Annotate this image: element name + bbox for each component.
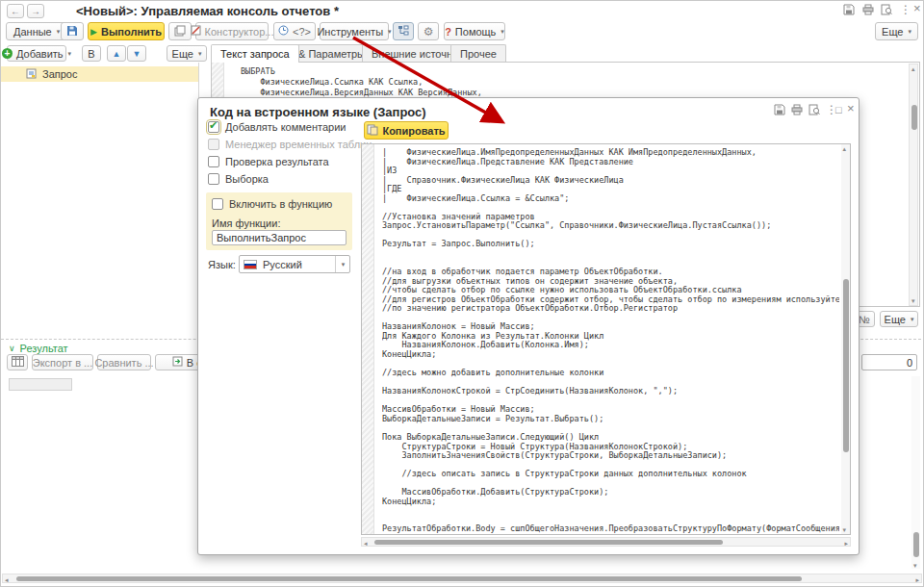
result-section-header[interactable]: ∨ Результат bbox=[9, 343, 68, 354]
language-dropdown-button[interactable]: ▾ bbox=[335, 256, 349, 272]
insert-button[interactable]: В bbox=[82, 45, 101, 62]
checkbox-box[interactable]: ✔ bbox=[208, 121, 219, 133]
code-line: | Справочник.ФизическиеЛица КАК Физическ… bbox=[382, 176, 839, 186]
code-line: Результат = Запрос.Выполнить(); bbox=[382, 240, 839, 249]
chevron-down-icon: ▾ bbox=[68, 50, 72, 57]
print-icon[interactable] bbox=[862, 4, 874, 17]
export-button[interactable]: Экспорт в ... bbox=[32, 354, 93, 370]
print-icon[interactable] bbox=[791, 104, 803, 117]
query-vertical-scrollbar[interactable]: ▴ ▾ bbox=[909, 64, 918, 306]
down-arrow-icon: ▼ bbox=[133, 49, 141, 59]
settings-button[interactable]: ⚙ bbox=[418, 22, 439, 40]
run-button[interactable]: ▶ Выполнить bbox=[88, 22, 165, 40]
chevron-down-icon: ▾ bbox=[57, 28, 61, 35]
code-line: ВыборкаДетальныеЗаписи = Результат.Выбра… bbox=[382, 415, 839, 424]
save-icon[interactable] bbox=[774, 104, 785, 117]
up-arrow-icon: ▲ bbox=[113, 49, 121, 59]
open-separate-icon bbox=[172, 356, 183, 369]
open-new-window-button[interactable] bbox=[168, 22, 192, 40]
code-line: | ФизическиеЛица.Представление КАК Предс… bbox=[382, 158, 839, 167]
tree-item-query[interactable]: Запрос bbox=[1, 66, 198, 82]
scroll-left-icon[interactable]: ◂ bbox=[5, 576, 9, 583]
scroll-right-icon[interactable]: ▸ bbox=[844, 540, 848, 547]
preview-icon[interactable] bbox=[808, 104, 820, 117]
scroll-down-icon[interactable]: ▾ bbox=[843, 526, 847, 533]
scroll-up-icon[interactable]: ▴ bbox=[911, 65, 915, 72]
save-button[interactable] bbox=[61, 22, 84, 40]
chevron-down-icon: ▾ bbox=[198, 50, 202, 57]
scrollbar-thumb[interactable] bbox=[843, 279, 849, 452]
tools-menu-button[interactable]: Инструменты▾ bbox=[320, 22, 389, 40]
move-up-button[interactable]: ▲ bbox=[107, 45, 126, 62]
code-line: НазванияКолонокСтрокой = СтрСоединить(На… bbox=[382, 387, 839, 396]
code-line: | ФизическиеЛица.Ссылка = &Ссылка"; bbox=[382, 194, 839, 204]
code-line bbox=[382, 506, 839, 516]
language-label: Язык: bbox=[208, 259, 236, 270]
query-line: ВЫБРАТЬ bbox=[241, 66, 906, 77]
result-vertical-scrollbar[interactable]: ▾ bbox=[911, 376, 920, 569]
preview-icon[interactable] bbox=[881, 4, 892, 17]
data-menu-button[interactable]: Данные▾ bbox=[6, 22, 67, 40]
export-label: Экспорт в ... bbox=[33, 357, 92, 369]
code-text: | ФизическиеЛица.ИмяПредопределенныхДанн… bbox=[382, 148, 839, 534]
maximize-icon[interactable]: □ bbox=[835, 104, 842, 115]
scrollbar-thumb[interactable] bbox=[16, 576, 802, 581]
checkbox-selection[interactable]: Выборка bbox=[208, 173, 269, 185]
query-parameter-button[interactable]: <?> bbox=[273, 22, 316, 40]
checkbox-check-result[interactable]: Проверка результата bbox=[208, 156, 329, 167]
result-grid-button[interactable] bbox=[7, 354, 28, 370]
checkbox-box[interactable] bbox=[212, 198, 223, 210]
code-line: РезультатОбработки.Body = сшпОбщегоНазна… bbox=[382, 524, 839, 534]
more-menu-icon[interactable]: ⋮ bbox=[900, 4, 911, 15]
language-select[interactable]: Русский ▾ bbox=[239, 255, 350, 273]
result-counter-field[interactable] bbox=[861, 354, 917, 370]
scrollbar-thumb[interactable] bbox=[913, 532, 919, 557]
code-line bbox=[382, 314, 839, 323]
scroll-down-icon[interactable]: ▾ bbox=[911, 297, 915, 304]
scroll-left-icon[interactable]: ◂ bbox=[364, 540, 368, 547]
back-button[interactable]: ← bbox=[7, 4, 24, 18]
editor-gutter bbox=[362, 144, 374, 534]
hierarchy-icon bbox=[398, 25, 409, 38]
move-down-button[interactable]: ▼ bbox=[127, 45, 146, 62]
grid-corner-header bbox=[9, 378, 72, 391]
checkbox-add-comments[interactable]: ✔ Добавлять комментарии bbox=[208, 121, 346, 133]
checkbox-include-function[interactable]: Включить в функцию bbox=[212, 198, 332, 210]
params-more-button[interactable]: Еще▾ bbox=[880, 311, 918, 327]
help-menu-button[interactable]: ? Помощь▾ bbox=[444, 22, 505, 40]
check-icon: ✔ bbox=[209, 119, 218, 132]
copy-button[interactable]: Копировать bbox=[364, 121, 449, 140]
code-line: МассивОбработки = Новый Массив; bbox=[382, 405, 839, 415]
save-icon[interactable] bbox=[843, 4, 855, 17]
close-icon[interactable]: × bbox=[847, 103, 855, 115]
code-editor[interactable]: | ФизическиеЛица.ИмяПредопределенныхДанн… bbox=[361, 143, 851, 535]
add-label: Добавить bbox=[16, 48, 64, 60]
scroll-right-icon[interactable]: ▸ bbox=[915, 576, 919, 583]
code-line bbox=[382, 231, 839, 241]
toolbar-more-button[interactable]: Еще▾ bbox=[875, 22, 918, 40]
scroll-up-icon[interactable]: ▴ bbox=[843, 145, 847, 152]
scrollbar-thumb[interactable] bbox=[374, 540, 723, 545]
checkbox-label: Добавлять комментарии bbox=[225, 121, 346, 133]
scroll-down-icon[interactable]: ▾ bbox=[913, 562, 917, 569]
code-line bbox=[382, 516, 839, 525]
scrollbar-thumb[interactable] bbox=[911, 105, 917, 130]
code-line bbox=[382, 461, 839, 471]
constructor-button[interactable]: Конструктор... bbox=[195, 22, 269, 40]
compare-button[interactable]: Сравнить ... bbox=[97, 354, 151, 370]
tab-other[interactable]: Прочее bbox=[450, 44, 506, 62]
add-button[interactable]: + Добавить▾ bbox=[7, 45, 66, 62]
checkbox-box[interactable] bbox=[208, 156, 219, 167]
page-title: <Новый>: Управляемая консоль отчетов * bbox=[76, 4, 339, 18]
structure-toggle-button[interactable] bbox=[393, 22, 414, 40]
function-name-field[interactable] bbox=[212, 230, 346, 245]
code-vertical-scrollbar[interactable]: ▴ ▾ bbox=[841, 144, 850, 534]
forward-button[interactable]: → bbox=[27, 4, 44, 18]
close-icon[interactable]: × bbox=[913, 3, 921, 14]
code-horizontal-scrollbar[interactable]: ◂ ▸ bbox=[361, 537, 851, 547]
tab-query-text[interactable]: Текст запроса bbox=[211, 44, 299, 63]
checkbox-box[interactable] bbox=[208, 173, 219, 185]
left-panel-more-button[interactable]: Еще▾ bbox=[167, 45, 207, 62]
code-line bbox=[382, 423, 839, 433]
main-horizontal-scrollbar[interactable]: ◂ ▸ bbox=[2, 574, 922, 583]
